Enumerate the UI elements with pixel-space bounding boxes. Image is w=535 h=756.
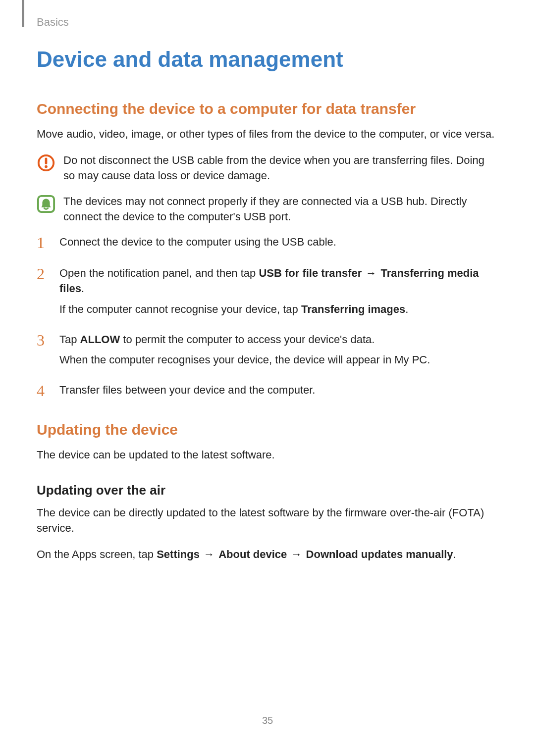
warning-note: Do not disconnect the USB cable from the… — [37, 152, 498, 183]
section-heading-updating: Updating the device — [37, 421, 498, 438]
step-1: 1 Connect the device to the computer usi… — [37, 234, 498, 251]
step-2-line2: If the computer cannot recognise your de… — [59, 302, 498, 317]
svg-point-2 — [45, 165, 48, 168]
step-number: 3 — [37, 332, 52, 348]
page-tab-marker — [22, 0, 24, 27]
ota-paragraph-2: On the Apps screen, tap Settings → About… — [37, 547, 498, 562]
step-2: 2 Open the notification panel, and then … — [37, 265, 498, 317]
page-content: Device and data management Connecting th… — [0, 0, 535, 562]
page-title: Device and data management — [37, 47, 498, 72]
svg-rect-1 — [45, 158, 48, 164]
warning-icon — [37, 153, 55, 172]
intro-paragraph: Move audio, video, image, or other types… — [37, 126, 498, 142]
step-3: 3 Tap ALLOW to permit the computer to ac… — [37, 332, 498, 367]
bell-icon — [37, 195, 55, 213]
step-4: 4 Transfer files between your device and… — [37, 382, 498, 399]
step-number: 1 — [37, 234, 52, 251]
step-3-line1: Tap ALLOW to permit the computer to acce… — [59, 332, 430, 347]
step-number: 2 — [37, 265, 52, 282]
page-number: 35 — [0, 715, 535, 726]
updating-intro: The device can be updated to the latest … — [37, 447, 498, 462]
step-3-line2: When the computer recognises your device… — [59, 352, 430, 367]
step-4-text: Transfer files between your device and t… — [59, 382, 315, 398]
tip-note: The devices may not connect properly if … — [37, 194, 498, 224]
section-heading-connecting: Connecting the device to a computer for … — [37, 101, 498, 117]
breadcrumb: Basics — [37, 16, 69, 29]
step-number: 4 — [37, 382, 52, 399]
subheading-ota: Updating over the air — [37, 483, 498, 498]
step-2-line1: Open the notification panel, and then ta… — [59, 265, 498, 296]
warning-text: Do not disconnect the USB cable from the… — [63, 152, 498, 183]
ota-paragraph-1: The device can be directly updated to th… — [37, 505, 498, 536]
section-updating: Updating the device The device can be up… — [37, 421, 498, 562]
tip-text: The devices may not connect properly if … — [63, 194, 498, 224]
step-1-text: Connect the device to the computer using… — [59, 234, 336, 250]
